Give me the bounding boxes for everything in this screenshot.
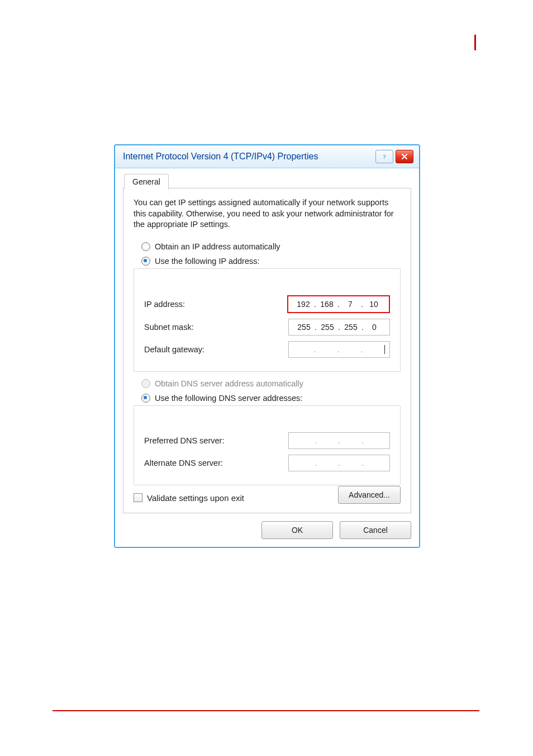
radio-icon-selected <box>141 257 150 266</box>
ip-group: . IP address: 192. 168. 7. 10 Subnet mas… <box>134 268 401 372</box>
checkbox-validate[interactable] <box>134 493 142 502</box>
input-ip-address[interactable]: 192. 168. 7. 10 <box>287 295 390 313</box>
cancel-button[interactable]: Cancel <box>340 521 411 539</box>
radio-label: Obtain an IP address automatically <box>155 242 280 251</box>
title-bar: Internet Protocol Version 4 (TCP/IPv4) P… <box>115 145 419 168</box>
close-button[interactable] <box>396 150 413 163</box>
dialog-button-row: OK Cancel <box>123 521 411 539</box>
intro-text: You can get IP settings assigned automat… <box>134 197 401 230</box>
row-subnet-mask: Subnet mask: 255. 255. 255. 0 <box>144 319 390 336</box>
tab-body-general: You can get IP settings assigned automat… <box>123 188 411 513</box>
radio-icon <box>141 242 150 251</box>
help-icon: ? <box>381 153 388 160</box>
radio-icon-selected <box>141 394 150 403</box>
svg-text:?: ? <box>383 153 386 160</box>
label-subnet-mask: Subnet mask: <box>144 323 288 332</box>
row-preferred-dns: Preferred DNS server: . . . <box>144 432 390 449</box>
row-default-gateway: Default gateway: . . . <box>144 341 390 358</box>
row-ip-address: IP address: 192. 168. 7. 10 <box>144 295 390 313</box>
input-alternate-dns[interactable]: . . . <box>288 455 390 471</box>
radio-ip-auto[interactable]: Obtain an IP address automatically <box>134 239 401 254</box>
ok-button[interactable]: OK <box>261 521 333 539</box>
window-title: Internet Protocol Version 4 (TCP/IPv4) P… <box>123 152 318 162</box>
margin-mark <box>474 35 476 50</box>
input-default-gateway[interactable]: . . . <box>288 341 390 358</box>
help-button[interactable]: ? <box>375 150 393 163</box>
client-area: General You can get IP settings assigned… <box>115 168 419 547</box>
input-preferred-dns[interactable]: . . . <box>288 432 390 449</box>
row-alternate-dns: Alternate DNS server: . . . <box>144 455 390 471</box>
radio-label: Obtain DNS server address automatically <box>155 379 303 388</box>
radio-dns-manual[interactable]: Use the following DNS server addresses: <box>134 391 401 405</box>
label-preferred-dns: Preferred DNS server: <box>144 436 288 445</box>
label-alternate-dns: Alternate DNS server: <box>144 459 288 467</box>
close-icon <box>401 153 408 160</box>
radio-icon-disabled <box>141 379 150 388</box>
tab-general[interactable]: General <box>124 174 169 190</box>
radio-label: Use the following DNS server addresses: <box>155 394 302 403</box>
label-ip-address: IP address: <box>144 300 287 309</box>
advanced-button[interactable]: Advanced... <box>338 486 401 504</box>
document-page: Internet Protocol Version 4 (TCP/IPv4) P… <box>0 0 533 756</box>
label-validate: Validate settings upon exit <box>147 493 244 503</box>
label-default-gateway: Default gateway: <box>144 345 288 354</box>
input-subnet-mask[interactable]: 255. 255. 255. 0 <box>288 319 390 336</box>
tab-strip: General <box>123 174 411 188</box>
dns-group: . Preferred DNS server: . . . Alternate … <box>134 405 401 485</box>
radio-dns-auto: Obtain DNS server address automatically <box>134 376 401 391</box>
text-caret <box>384 345 385 354</box>
radio-ip-manual[interactable]: Use the following IP address: <box>134 254 401 268</box>
radio-label: Use the following IP address: <box>155 257 260 266</box>
footer-rule <box>53 710 479 711</box>
window-system-buttons: ? <box>375 150 413 163</box>
ipv4-properties-dialog: Internet Protocol Version 4 (TCP/IPv4) P… <box>114 144 420 548</box>
